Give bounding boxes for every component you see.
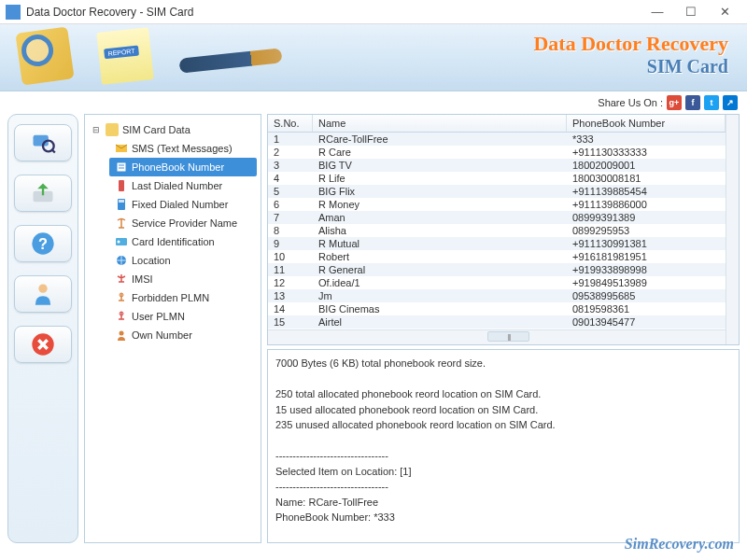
tower-icon: [115, 217, 128, 230]
cell-sno: 8: [268, 224, 313, 237]
cell-name: R Mutual: [313, 237, 567, 250]
window-title: Data Doctor Recovery - SIM Card: [26, 6, 641, 19]
cell-name: Of.idea/1: [313, 276, 567, 289]
cell-name: Airtel: [313, 315, 567, 329]
cell-number: +911130333333: [567, 146, 726, 159]
cell-number: +911139886000: [567, 198, 726, 211]
tree-item-imsi[interactable]: IMSI: [109, 270, 257, 288]
cell-sno: 10: [268, 250, 313, 263]
tree-root[interactable]: ⊟ SIM Card Data: [89, 120, 257, 139]
cell-sno: 7: [268, 211, 313, 224]
table-row[interactable]: 15Airtel09013945477: [268, 315, 726, 329]
tree-item-label: Location: [132, 255, 171, 266]
cell-sno: 15: [268, 315, 313, 329]
app-icon: [6, 5, 21, 20]
sidebar-toolbar: ?: [7, 114, 78, 543]
table-body[interactable]: 1RCare-TollFree*3332R Care+9111303333333…: [268, 133, 726, 329]
banner-title-2: SIM Card: [533, 56, 728, 77]
cell-sno: 1: [268, 133, 313, 146]
tree-item-id[interactable]: Card Identification: [109, 232, 257, 251]
svg-rect-8: [106, 123, 119, 136]
minimize-button[interactable]: —: [641, 3, 674, 21]
cell-sno: 9: [268, 237, 313, 250]
table-row[interactable]: 4R Life180030008181: [268, 172, 726, 185]
svg-point-16: [118, 241, 120, 244]
table-row[interactable]: 2R Care+911130333333: [268, 146, 726, 159]
col-name[interactable]: Name: [313, 115, 567, 132]
tree-item-label: Service Provider Name: [132, 217, 237, 229]
gplus-icon[interactable]: g+: [667, 95, 682, 110]
cell-number: *333: [567, 133, 726, 146]
cell-number: 0899295953: [567, 224, 726, 237]
cell-sno: 11: [268, 263, 313, 276]
cell-number: +911139885454: [567, 185, 726, 198]
fplmn-icon: [115, 291, 128, 304]
share-icon[interactable]: ↗: [723, 95, 738, 110]
cell-name: Alisha: [313, 224, 567, 237]
svg-line-2: [51, 149, 55, 153]
table-row[interactable]: 1RCare-TollFree*333: [268, 133, 726, 146]
collapse-icon[interactable]: ⊟: [92, 125, 102, 134]
pen-icon: [178, 48, 282, 73]
table-row[interactable]: 12Of.idea/1+919849513989: [268, 276, 726, 289]
table-row[interactable]: 13Jm09538995685: [268, 289, 726, 302]
tree-root-label: SIM Card Data: [122, 124, 190, 135]
recover-button[interactable]: [14, 175, 72, 212]
tree-item-globe[interactable]: Location: [109, 251, 257, 270]
tree-item-user[interactable]: Own Number: [109, 326, 257, 344]
tree-item-tower[interactable]: Service Provider Name: [109, 214, 257, 232]
table-row[interactable]: 3BIG TV18002009001: [268, 159, 726, 172]
book-icon: [115, 161, 128, 174]
cell-number: 0819598361: [567, 302, 726, 315]
tree-item-phone[interactable]: Last Dialed Number: [109, 176, 257, 195]
facebook-icon[interactable]: f: [685, 95, 700, 110]
phone-icon: [115, 179, 128, 192]
table-row[interactable]: 6R Money+911139886000: [268, 198, 726, 211]
twitter-icon[interactable]: t: [704, 95, 719, 110]
cell-sno: 13: [268, 289, 313, 302]
svg-point-20: [120, 331, 124, 336]
tree-item-book[interactable]: PhoneBook Number: [109, 158, 257, 176]
help-button[interactable]: ?: [14, 225, 72, 262]
tree-item-calc[interactable]: Fixed Dialed Number: [109, 195, 257, 214]
tree-panel: ⊟ SIM Card Data SMS (Text Messages)Phone…: [84, 114, 261, 543]
tree-item-label: Own Number: [132, 329, 192, 341]
share-label: Share Us On :: [598, 97, 663, 108]
maximize-button[interactable]: ☐: [674, 3, 708, 21]
tree-item-uplmn[interactable]: User PLMN: [109, 307, 257, 326]
sim-icon: [106, 123, 119, 136]
exit-button[interactable]: [14, 326, 72, 363]
cell-name: BIG Flix: [313, 185, 567, 198]
details-panel: 7000 Bytes (6 KB) total phonebook reord …: [267, 349, 740, 543]
close-button[interactable]: ✕: [708, 3, 741, 21]
cell-name: Robert: [313, 250, 567, 263]
svg-point-6: [38, 285, 47, 293]
table-row[interactable]: 5BIG Flix+911139885454: [268, 185, 726, 198]
vertical-scrollbar[interactable]: [726, 115, 739, 344]
table-row[interactable]: 8Alisha0899295953: [268, 224, 726, 237]
sim-search-icon: [15, 26, 74, 85]
col-number[interactable]: PhoneBook Number: [567, 115, 726, 132]
table-row[interactable]: 7Aman08999391389: [268, 211, 726, 224]
table-row[interactable]: 9R Mutual+911130991381: [268, 237, 726, 250]
horizontal-scrollbar[interactable]: [268, 329, 726, 344]
cell-sno: 3: [268, 159, 313, 172]
cell-name: Aman: [313, 211, 567, 224]
tree-item-label: Fixed Dialed Number: [132, 199, 228, 210]
col-sno[interactable]: S.No.: [268, 115, 313, 132]
tree-item-fplmn[interactable]: Forbidden PLMN: [109, 288, 257, 307]
cell-sno: 12: [268, 276, 313, 289]
footer-brand: SimRecovery.com: [625, 536, 734, 553]
table-row[interactable]: 11R General+919933898998: [268, 263, 726, 276]
table-row[interactable]: 10Robert+916181981951: [268, 250, 726, 263]
svg-rect-12: [119, 180, 124, 191]
svg-rect-14: [119, 200, 124, 203]
scan-button[interactable]: [14, 124, 72, 161]
svg-text:?: ?: [38, 235, 48, 252]
cell-number: 09013945477: [567, 315, 726, 329]
tree-item-label: PhoneBook Number: [132, 161, 224, 173]
about-button[interactable]: [14, 275, 72, 313]
cell-name: R Life: [313, 172, 567, 185]
tree-item-envelope[interactable]: SMS (Text Messages): [109, 139, 257, 158]
table-row[interactable]: 14BIG Cinemas0819598361: [268, 302, 726, 315]
